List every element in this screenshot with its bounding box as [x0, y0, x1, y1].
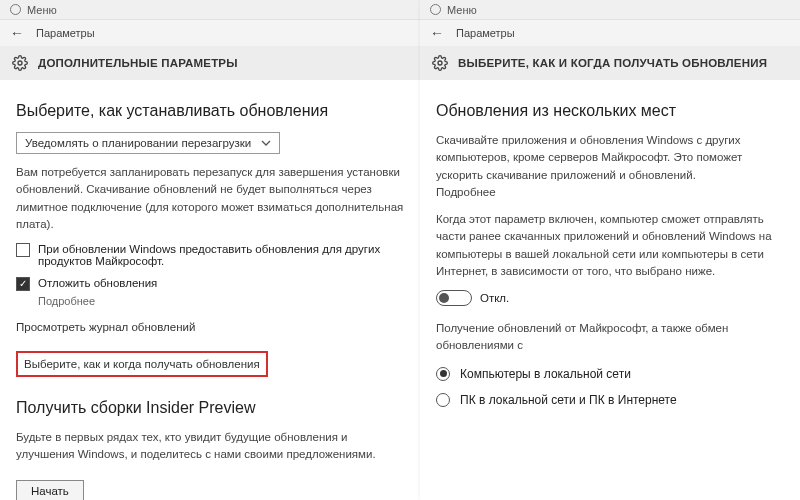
multi-desc3: Получение обновлений от Майкрософт, а та… — [436, 320, 784, 355]
defer-updates-option[interactable]: ✓ Отложить обновления — [16, 277, 404, 291]
radio-local-label: Компьютеры в локальной сети — [460, 367, 631, 381]
install-mode-dropdown[interactable]: Уведомлять о планировании перезагрузки — [16, 132, 280, 154]
left-header: ДОПОЛНИТЕЛЬНЫЕ ПАРАМЕТРЫ — [0, 46, 420, 80]
right-window: Меню ← Параметры ВЫБЕРИТЕ, КАК И КОГДА П… — [420, 0, 800, 500]
start-button[interactable]: Начать — [16, 480, 84, 501]
multi-desc2: Когда этот параметр включен, компьютер с… — [436, 211, 784, 280]
toggle-knob — [439, 293, 449, 303]
view-history-link[interactable]: Просмотреть журнал обновлений — [16, 321, 404, 333]
menu-label[interactable]: Меню — [447, 4, 477, 16]
chevron-down-icon — [261, 140, 271, 146]
radio-local-row[interactable]: Компьютеры в локальной сети — [436, 367, 784, 381]
left-topbar-title: Параметры — [36, 27, 95, 39]
left-window: ← Параметры ДОПОЛНИТЕЛЬНЫЕ ПАРАМЕТРЫ Выб… — [0, 20, 420, 500]
radio-internet[interactable] — [436, 393, 450, 407]
delivery-toggle-row[interactable]: Откл. — [436, 290, 784, 306]
highlight-box: Выберите, как и когда получать обновлени… — [16, 351, 268, 377]
opera-icon — [430, 4, 441, 15]
gear-icon — [432, 55, 448, 71]
other-products-label: При обновлении Windows предоставить обно… — [38, 243, 404, 267]
multi-desc1: Скачивайте приложения и обновления Windo… — [436, 132, 784, 201]
multi-more-link[interactable]: Подробнее — [436, 186, 496, 198]
svg-point-1 — [438, 61, 442, 65]
right-content: Обновления из нескольких мест Скачивайте… — [420, 80, 800, 407]
defer-updates-checkbox[interactable]: ✓ — [16, 277, 30, 291]
insider-text: Будьте в первых рядах тех, кто увидит бу… — [16, 429, 404, 464]
left-content: Выберите, как устанавливать обновления У… — [0, 80, 420, 500]
back-icon[interactable]: ← — [430, 25, 444, 41]
radio-internet-label: ПК в локальной сети и ПК в Интернете — [460, 393, 677, 407]
gear-icon — [12, 55, 28, 71]
other-products-option[interactable]: При обновлении Windows предоставить обно… — [16, 243, 404, 267]
right-header: ВЫБЕРИТЕ, КАК И КОГДА ПОЛУЧАТЬ ОБНОВЛЕНИ… — [420, 46, 800, 80]
toggle-label: Откл. — [480, 292, 509, 304]
right-header-title: ВЫБЕРИТЕ, КАК И КОГДА ПОЛУЧАТЬ ОБНОВЛЕНИ… — [458, 57, 767, 69]
defer-more-link[interactable]: Подробнее — [38, 295, 404, 307]
restart-info-text: Вам потребуется запланировать перезапуск… — [16, 164, 404, 233]
install-section-title: Выберите, как устанавливать обновления — [16, 102, 404, 120]
menu-label[interactable]: Меню — [27, 4, 57, 16]
right-topbar: ← Параметры — [420, 20, 800, 46]
opera-icon — [10, 4, 21, 15]
dropdown-value: Уведомлять о планировании перезагрузки — [25, 137, 251, 149]
multi-desc1-text: Скачивайте приложения и обновления Windo… — [436, 134, 742, 181]
left-header-title: ДОПОЛНИТЕЛЬНЫЕ ПАРАМЕТРЫ — [38, 57, 238, 69]
radio-internet-row[interactable]: ПК в локальной сети и ПК в Интернете — [436, 393, 784, 407]
back-icon[interactable]: ← — [10, 25, 24, 41]
choose-when-link[interactable]: Выберите, как и когда получать обновлени… — [24, 358, 260, 370]
other-products-checkbox[interactable] — [16, 243, 30, 257]
radio-local[interactable] — [436, 367, 450, 381]
left-topbar: ← Параметры — [0, 20, 420, 46]
svg-point-0 — [18, 61, 22, 65]
multi-places-title: Обновления из нескольких мест — [436, 102, 784, 120]
delivery-toggle[interactable] — [436, 290, 472, 306]
right-topbar-title: Параметры — [456, 27, 515, 39]
defer-updates-label: Отложить обновления — [38, 277, 157, 289]
right-menu-bar: Меню — [420, 0, 800, 20]
insider-section-title: Получить сборки Insider Preview — [16, 399, 404, 417]
